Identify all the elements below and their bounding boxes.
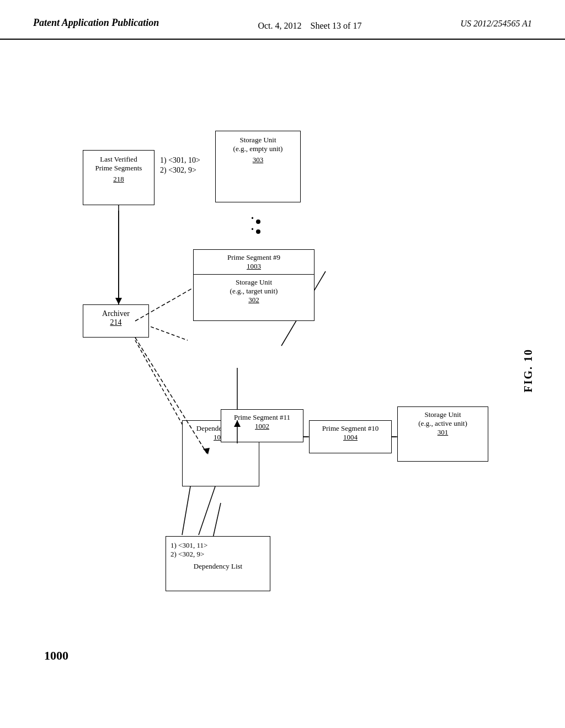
figure-label: FIG. 10 [522,349,535,393]
archiver-box: Archiver 214 [83,304,149,338]
diagram-area: Last Verified Prime Segments 218 1) <301… [0,40,565,713]
lv-list: 1) <301, 10> 2) <302, 9> [160,156,200,175]
lower-dep-list-box: 1) <301, 11> 2) <302, 9> Dependency List [166,536,270,591]
diagram-number: 1000 [44,649,68,663]
page-header: Patent Application Publication Oct. 4, 2… [0,0,565,40]
patent-number: US 2012/254565 A1 [461,17,532,29]
prime-seg10-box: Prime Segment #10 1004 [309,420,392,453]
publication-title: Patent Application Publication [33,17,159,29]
ellipsis: .. [251,210,254,232]
storage-unit-empty-box: Storage Unit (e.g., empty unit) 303 [215,131,301,202]
last-verified-box: Last Verified Prime Segments 218 [83,150,154,205]
storage-unit-active-box: Storage Unit (e.g., active unit) 301 [397,406,488,462]
prime-seg11-box: Prime Segment #11 1002 [221,409,303,442]
header-center-info: Oct. 4, 2012 Sheet 13 of 17 [258,17,361,33]
prime-seg9-storage-target: Prime Segment #9 1003 Storage Unit (e.g.… [193,249,315,321]
